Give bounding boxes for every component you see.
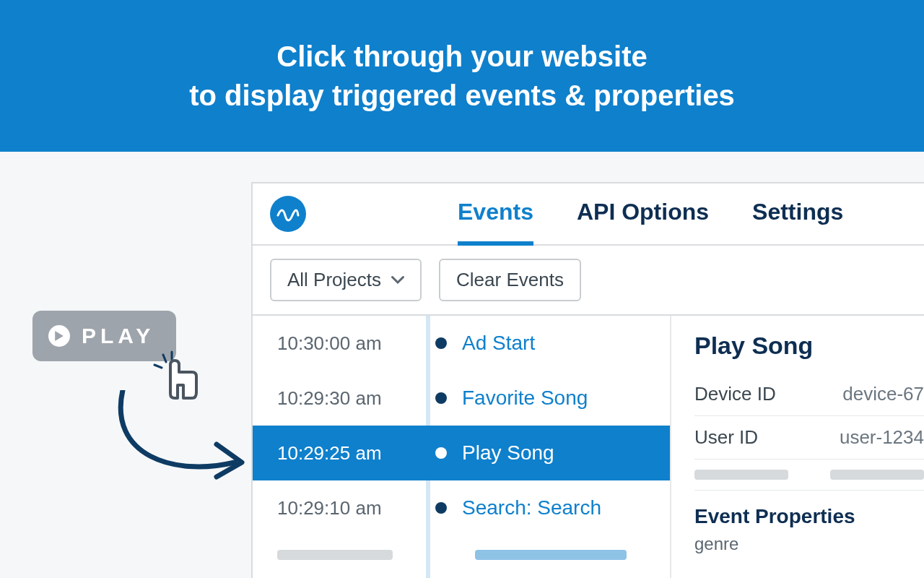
- event-name: Search: Search: [462, 496, 601, 519]
- extension-panel: Events API Options Settings All Projects…: [251, 182, 924, 578]
- clear-events-button[interactable]: Clear Events: [439, 259, 581, 301]
- details-value: user-1234: [840, 426, 924, 449]
- skeleton-bar: [694, 470, 788, 480]
- chevron-down-icon: [391, 274, 404, 287]
- project-selector[interactable]: All Projects: [270, 259, 422, 301]
- timeline-dot-icon: [435, 392, 447, 404]
- event-details: Play Song Device ID device-67 User ID us…: [671, 316, 924, 578]
- details-key: Device ID: [694, 383, 776, 405]
- svg-line-1: [154, 365, 162, 368]
- sample-play-label: PLAY: [82, 324, 154, 348]
- timeline-dot-icon: [435, 502, 447, 514]
- timeline-skeleton-row: [253, 535, 670, 574]
- timeline-row-selected[interactable]: 10:29:25 am Play Song: [253, 426, 670, 480]
- skeleton-bar: [475, 550, 627, 560]
- project-selector-label: All Projects: [287, 269, 381, 291]
- arrow-icon: [108, 390, 253, 491]
- details-skeleton-row: [694, 460, 924, 491]
- tab-settings[interactable]: Settings: [752, 199, 843, 246]
- timeline-row[interactable]: 10:29:10 am Search: Search: [253, 480, 670, 535]
- timeline-row[interactable]: 10:30:00 am Ad Start: [253, 316, 670, 371]
- timeline-dot-icon: [435, 337, 447, 349]
- timeline-row[interactable]: 10:29:30 am Favorite Song: [253, 371, 670, 426]
- event-name: Favorite Song: [462, 387, 588, 410]
- event-name: Ad Start: [462, 332, 535, 355]
- tab-api-options[interactable]: API Options: [577, 199, 709, 246]
- event-property-name: genre: [694, 534, 924, 554]
- details-row: User ID user-1234: [694, 416, 924, 460]
- skeleton-bar: [277, 550, 393, 560]
- skeleton-bar: [830, 470, 924, 480]
- tab-events[interactable]: Events: [458, 199, 533, 246]
- amplitude-logo-icon: [270, 196, 306, 232]
- event-name: Play Song: [462, 441, 554, 465]
- event-timeline: 10:30:00 am Ad Start 10:29:30 am Favorit…: [253, 316, 671, 578]
- event-time: 10:29:25 am: [277, 442, 407, 465]
- details-title: Play Song: [694, 332, 924, 360]
- details-value: device-67: [842, 383, 924, 405]
- hero-line-2: to display triggered events & properties: [189, 76, 735, 115]
- hero-line-1: Click through your website: [189, 37, 735, 76]
- panel-tabs: Events API Options Settings: [458, 197, 843, 244]
- event-properties-heading: Event Properties: [694, 505, 924, 528]
- details-row: Device ID device-67: [694, 373, 924, 416]
- event-time: 10:29:10 am: [277, 497, 407, 519]
- event-time: 10:30:00 am: [277, 332, 407, 355]
- event-time: 10:29:30 am: [277, 387, 407, 410]
- timeline-dot-icon: [435, 447, 447, 459]
- hero-banner: Click through your website to display tr…: [0, 0, 924, 152]
- svg-line-0: [163, 355, 166, 362]
- details-key: User ID: [694, 426, 758, 449]
- play-icon: [48, 325, 70, 347]
- clear-events-label: Clear Events: [456, 269, 564, 291]
